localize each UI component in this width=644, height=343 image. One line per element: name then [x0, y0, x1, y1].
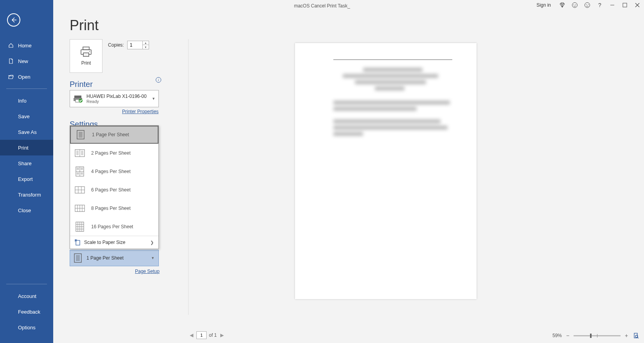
copies-input-wrapper: ▲ ▼ [127, 41, 149, 49]
sidebar-item-options[interactable]: Options [0, 320, 53, 335]
dd-option-label: 1 Page Per Sheet [92, 132, 129, 137]
dd-scale-label: Scale to Paper Size [84, 240, 125, 245]
dd-option-8-pages[interactable]: 8 Pages Per Sheet [70, 199, 158, 217]
print-button-label: Print [81, 60, 91, 66]
sidebar-item-feedback[interactable]: Feedback [0, 304, 53, 320]
svg-rect-10 [83, 47, 89, 50]
sidebar-separator [6, 284, 47, 284]
sidebar-item-save-as[interactable]: Save As [0, 124, 53, 140]
sidebar-item-share[interactable]: Share [0, 155, 53, 171]
page-1-icon [76, 130, 86, 140]
svg-rect-12 [83, 53, 89, 56]
copies-input[interactable] [128, 42, 142, 48]
sidebar-label: New [18, 58, 28, 64]
page-title: Print [70, 17, 99, 34]
backstage-sidebar: Home New Open Info Save Save As Print Sh… [0, 0, 53, 343]
page-8-icon [75, 203, 85, 213]
scale-icon [75, 239, 80, 246]
copies-row: Copies: ▲ ▼ [108, 41, 149, 49]
back-button[interactable] [7, 13, 20, 27]
sidebar-item-export[interactable]: Export [0, 171, 53, 187]
sidebar-label: Close [18, 208, 31, 213]
page-total-label: of 1 [209, 332, 217, 338]
info-icon[interactable]: i [156, 77, 161, 83]
dd-option-label: 2 Pages Per Sheet [91, 150, 131, 156]
sidebar-item-transform[interactable]: Transform [0, 187, 53, 202]
spinner-up[interactable]: ▲ [142, 41, 149, 45]
dd-option-16-pages[interactable]: 16 Pages Per Sheet [70, 217, 158, 236]
page-6-icon [75, 185, 85, 195]
preview-content [333, 60, 452, 138]
sidebar-label: Export [18, 176, 33, 182]
sidebar-item-account[interactable]: Account [0, 288, 53, 304]
copies-label: Copies: [108, 42, 124, 48]
current-page-input[interactable] [196, 331, 207, 339]
zoom-thumb[interactable] [590, 334, 592, 338]
printer-status: Ready [86, 99, 152, 104]
page-layout-icon [74, 253, 82, 263]
sidebar-item-close[interactable]: Close [0, 202, 53, 218]
chevron-right-icon: ❯ [150, 240, 154, 245]
page-16-icon [75, 222, 85, 232]
sidebar-label: Info [18, 98, 27, 104]
sidebar-label: Open [18, 74, 31, 80]
zoom-to-page-button[interactable] [632, 332, 639, 339]
page-4-icon [75, 166, 85, 177]
sidebar-label: Save [18, 114, 30, 119]
sidebar-label: Transform [18, 192, 41, 198]
dd-option-label: 6 Pages Per Sheet [91, 187, 131, 193]
zoom-in-button[interactable]: + [624, 332, 629, 339]
page-setup-link[interactable]: Page Setup [135, 269, 160, 274]
printer-device-icon [73, 95, 83, 103]
pages-per-sheet-value: 1 Page Per Sheet [86, 255, 124, 261]
sidebar-label: Share [18, 161, 32, 166]
zoom-out-button[interactable]: − [565, 332, 570, 339]
dd-option-label: 16 Pages Per Sheet [91, 224, 133, 229]
settings-heading: Settings [70, 120, 98, 125]
print-button[interactable]: Print [70, 39, 103, 73]
dd-scale-to-paper[interactable]: Scale to Paper Size ❯ [70, 236, 158, 249]
sidebar-item-print[interactable]: Print [0, 140, 53, 155]
main-area: Print Print Copies: ▲ ▼ Printer i HUAWEI… [53, 0, 644, 343]
sidebar-label: Home [18, 43, 32, 49]
folder-open-icon [8, 74, 14, 80]
printer-icon [79, 46, 93, 57]
printer-selector[interactable]: HUAWEI PixLab X1-0196-00 Ready ▼ [70, 90, 159, 107]
sidebar-label: Feedback [18, 309, 40, 315]
dd-option-2-pages[interactable]: 2 Pages Per Sheet [70, 144, 158, 162]
printer-text: HUAWEI PixLab X1-0196-00 Ready [86, 94, 152, 104]
zoom-label: 59% [552, 333, 562, 338]
preview-page [295, 43, 477, 299]
sidebar-label: Account [18, 293, 36, 299]
home-icon [8, 42, 14, 49]
sidebar-item-info[interactable]: Info [0, 93, 53, 108]
dd-option-label: 8 Pages Per Sheet [91, 206, 131, 211]
sidebar-item-save[interactable]: Save [0, 108, 53, 124]
dd-option-1-page[interactable]: 1 Page Per Sheet [70, 126, 158, 144]
svg-rect-14 [74, 96, 81, 98]
chevron-down-icon: ▼ [152, 97, 155, 101]
document-icon [8, 58, 14, 64]
prev-page-button[interactable]: ◀ [189, 332, 194, 338]
zoom-controls: 59% − + [552, 332, 639, 339]
dd-option-6-pages[interactable]: 6 Pages Per Sheet [70, 181, 158, 199]
next-page-button[interactable]: ▶ [219, 332, 225, 338]
svg-point-13 [89, 51, 90, 52]
pages-per-sheet-dropdown: 1 Page Per Sheet 2 Pages Per Sheet 4 Pag… [70, 125, 159, 249]
sidebar-item-new[interactable]: New [0, 53, 53, 69]
dd-option-4-pages[interactable]: 4 Pages Per Sheet [70, 162, 158, 181]
sidebar-label: Options [18, 325, 36, 330]
sidebar-separator [6, 88, 47, 89]
sidebar-label: Print [18, 145, 29, 151]
copies-spinner: ▲ ▼ [142, 41, 149, 49]
printer-name: HUAWEI PixLab X1-0196-00 [86, 94, 152, 99]
dd-option-label: 4 Pages Per Sheet [91, 169, 131, 174]
chevron-down-icon: ▼ [151, 256, 155, 260]
spinner-down[interactable]: ▼ [142, 45, 149, 49]
sidebar-item-home[interactable]: Home [0, 38, 53, 53]
sidebar-item-open[interactable]: Open [0, 69, 53, 85]
zoom-slider[interactable] [574, 335, 621, 336]
pages-per-sheet-selector[interactable]: 1 Page Per Sheet ▼ [70, 250, 159, 266]
printer-properties-link[interactable]: Printer Properties [122, 109, 158, 114]
page-2-icon [75, 148, 85, 158]
